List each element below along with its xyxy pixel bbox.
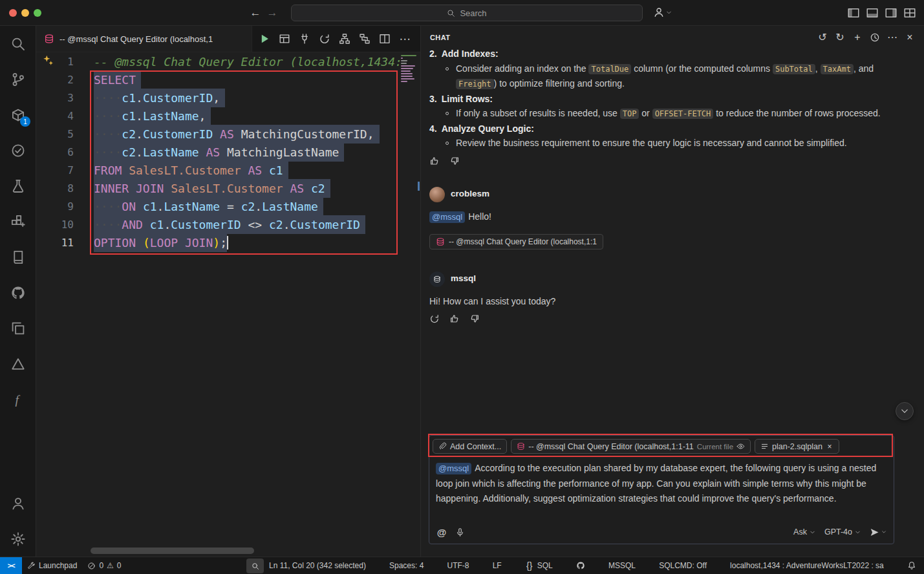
status-bar-item[interactable] [905, 557, 919, 574]
context-chip[interactable]: plan-2.sqlplan× [755, 439, 839, 454]
activity-bar: 1f [0, 26, 36, 557]
status-bar-item[interactable] [574, 557, 588, 574]
activity-bar-item-beaker[interactable] [0, 168, 36, 204]
more-icon[interactable]: ⋯ [887, 32, 897, 43]
chat-input-box[interactable]: Add Context...-- @mssql Chat Query Edito… [429, 435, 894, 544]
code-line-content[interactable]: -- @mssql Chat Query Editor (localhost,1… [94, 53, 402, 71]
thumb-down-icon[interactable] [449, 156, 460, 166]
command-center-search[interactable]: Search [291, 5, 643, 21]
eye-icon[interactable] [736, 442, 745, 451]
status-bar-item[interactable]: MSSQL [606, 557, 638, 574]
chat-input-text[interactable]: @mssqlAccording to the execution plan sh… [429, 457, 894, 507]
status-bar-item[interactable]: LF [490, 557, 504, 574]
bullet-icon [446, 112, 449, 115]
code-line-content[interactable]: FROM SalesLT.Customer AS c1 [94, 162, 288, 180]
inline-code: TotalDue [588, 64, 631, 74]
split-icon[interactable] [379, 33, 391, 45]
play-icon[interactable] [259, 33, 270, 45]
activity-bar-item-check-circle[interactable] [0, 133, 36, 168]
status-bar-item[interactable]: UTF-8 [445, 557, 472, 574]
layout-left-icon[interactable] [847, 6, 860, 19]
account-icon [10, 496, 26, 511]
code-line-content[interactable]: ····c2.CustomerID AS MatchingCustomerID, [94, 125, 380, 144]
plug-icon[interactable] [299, 33, 310, 45]
hierarchy-icon[interactable] [339, 33, 350, 45]
refresh-icon[interactable] [319, 33, 330, 45]
activity-bar-item-book[interactable] [0, 239, 36, 275]
assistant-name: mssql [451, 271, 476, 286]
code-line-content[interactable]: ····c1.CustomerID, [94, 89, 225, 107]
mode-picker[interactable]: Ask [793, 527, 815, 537]
assistant-message: Hi! How can I assist you today? [429, 294, 914, 309]
context-chip[interactable]: -- @mssql Chat Query Editor (localhost,1… [511, 439, 751, 454]
braces-icon: {} [525, 561, 534, 570]
problems-button[interactable]: 0 ⚠ 0 [82, 557, 126, 574]
activity-bar-item-extensions[interactable] [0, 204, 36, 239]
mention-chip[interactable]: @mssql [436, 463, 471, 474]
go-back-button[interactable]: ← [250, 7, 261, 19]
thumb-up-icon[interactable] [429, 156, 440, 166]
activity-bar-item-source-control[interactable] [0, 61, 36, 97]
activity-bar-item-package[interactable]: 1 [0, 97, 36, 133]
code-line-content[interactable]: OPTION (LOOP JOIN); [94, 234, 228, 252]
mention-button[interactable]: @ [436, 527, 447, 537]
account-menu-button[interactable] [653, 6, 672, 18]
status-bar-item[interactable]: localhost,1434 : AdventureWorksLT2022 : … [727, 557, 886, 574]
mention-chip[interactable]: @mssql [429, 211, 465, 223]
code-editor[interactable]: 1-- @mssql Chat Query Editor (localhost,… [36, 52, 420, 557]
remote-indicator[interactable]: >< [0, 557, 22, 574]
launchpad-button[interactable]: Launchpad [22, 557, 82, 574]
status-bar-item[interactable]: {}SQL [522, 557, 555, 574]
mic-button[interactable] [455, 527, 465, 537]
editor-tab[interactable]: -- @mssql Chat Query Editor (localhost,1 [36, 26, 252, 52]
retry-icon[interactable] [429, 314, 440, 324]
horizontal-scrollbar[interactable] [91, 547, 254, 554]
go-forward-button[interactable]: → [266, 7, 278, 19]
plan-icon[interactable] [359, 33, 371, 45]
close-small-icon[interactable]: × [826, 443, 833, 451]
thumb-up-icon[interactable] [449, 314, 460, 324]
code-line-content[interactable]: INNER JOIN SalesLT.Customer AS c2 [94, 180, 330, 198]
chat-message-list[interactable]: 2.Add Indexes:Consider adding an index o… [421, 49, 924, 434]
overview-ruler-mark [418, 182, 420, 191]
history-icon[interactable] [870, 32, 880, 43]
redo-icon[interactable]: ↻ [835, 32, 845, 43]
activity-bar-item-account[interactable] [0, 485, 36, 521]
model-picker[interactable]: GPT-4o [824, 527, 861, 537]
undo-icon[interactable]: ↺ [817, 32, 828, 43]
code-text: -- @mssql Chat Query Editor (localhost,1… [94, 55, 402, 69]
status-bar-item[interactable]: Spaces: 4 [387, 557, 426, 574]
status-bar-item[interactable]: Ln 11, Col 20 (342 selected) [266, 557, 369, 574]
more-icon[interactable]: ⋯ [399, 33, 411, 45]
activity-bar-item-copy-squares[interactable] [0, 310, 36, 346]
activity-bar-item-triangle[interactable] [0, 346, 36, 381]
send-button[interactable] [870, 527, 886, 537]
attached-file-chip[interactable]: -- @mssql Chat Query Editor (localhost,1… [429, 234, 603, 250]
activity-bar-item-gear[interactable] [0, 521, 36, 557]
plus-icon[interactable]: + [852, 32, 863, 43]
close-icon[interactable]: × [905, 32, 915, 43]
maximize-window-button[interactable] [34, 9, 41, 17]
status-bar-item[interactable]: SQLCMD: Off [656, 557, 709, 574]
code-line-content[interactable]: ····ON c1.LastName = c2.LastName [94, 198, 323, 216]
code-line-content[interactable]: ····AND c1.CustomerID <> c2.CustomerID [94, 216, 365, 234]
thumb-down-icon[interactable] [469, 314, 480, 324]
zoom-button[interactable] [246, 558, 264, 573]
code-line-content[interactable]: ····c1.LastName, [94, 107, 211, 125]
activity-bar-item-github[interactable] [0, 275, 36, 310]
table-icon[interactable] [279, 33, 290, 45]
layout-panel-icon[interactable] [866, 6, 879, 19]
minimize-window-button[interactable] [21, 9, 29, 17]
activity-bar-item-function-f[interactable]: f [0, 381, 36, 417]
activity-bar-item-search[interactable] [0, 26, 36, 61]
code-line-content[interactable]: SELECT [94, 71, 141, 89]
scroll-to-bottom-button[interactable] [896, 402, 914, 420]
close-window-button[interactable] [9, 9, 17, 17]
minimap[interactable] [401, 55, 416, 83]
code-text: ····ON c1.LastName = c2.LastName [94, 197, 323, 216]
code-line-content[interactable]: ····c2.LastName AS MatchingLastName [94, 144, 344, 162]
layout-right-icon[interactable] [885, 6, 897, 19]
context-chip[interactable]: Add Context... [433, 439, 507, 454]
layout-grid-icon[interactable] [903, 6, 916, 19]
status-bar-item-label: Ln 11, Col 20 (342 selected) [269, 561, 366, 570]
